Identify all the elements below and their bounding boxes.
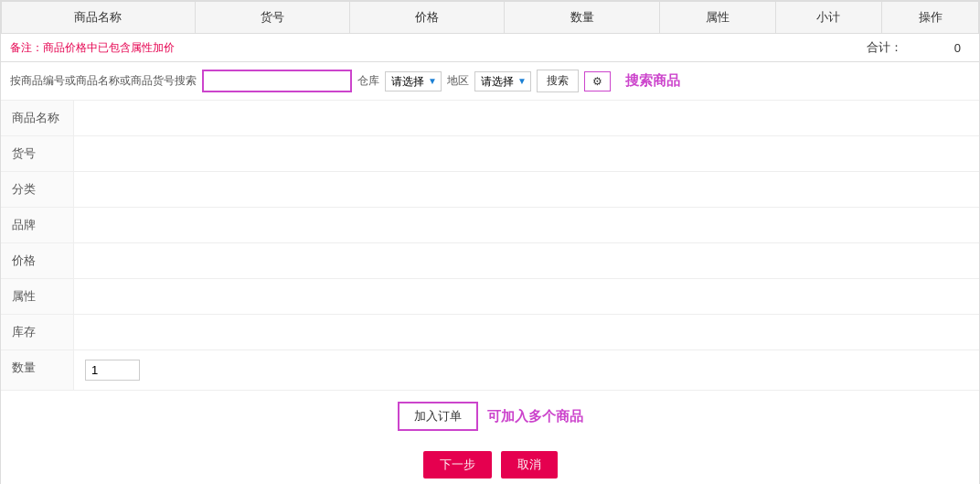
value-sku bbox=[74, 136, 979, 171]
notice-text: 备注：商品价格中已包含属性加价 bbox=[10, 40, 175, 56]
search-button[interactable]: 搜索 bbox=[537, 70, 579, 92]
main-container: 商品名称 货号 价格 数量 属性 小计 操作 备注：商品价格中已包含属性加价 合… bbox=[0, 0, 980, 484]
detail-panel: 商品名称 货号 分类 品牌 价格 属性 库存 数量 bbox=[1, 101, 979, 390]
value-stock bbox=[74, 315, 979, 350]
detail-row-stock: 库存 bbox=[1, 315, 979, 350]
col-attribute: 属性 bbox=[659, 2, 775, 34]
label-product-name: 商品名称 bbox=[1, 101, 74, 135]
label-sku: 货号 bbox=[1, 136, 74, 171]
search-box-wrapper bbox=[202, 70, 352, 92]
value-product-name bbox=[74, 101, 979, 135]
value-quantity bbox=[74, 350, 979, 390]
col-price: 价格 bbox=[350, 2, 505, 34]
value-brand bbox=[74, 208, 979, 242]
search-label: 按商品编号或商品名称或商品货号搜索 bbox=[10, 73, 197, 89]
detail-row-brand: 品牌 bbox=[1, 208, 979, 243]
detail-row-product-name: 商品名称 bbox=[1, 101, 979, 136]
warehouse-select[interactable]: 请选择 bbox=[386, 72, 441, 91]
label-category: 分类 bbox=[1, 172, 74, 207]
value-attribute bbox=[74, 279, 979, 314]
label-attribute: 属性 bbox=[1, 279, 74, 314]
detail-row-price: 价格 bbox=[1, 243, 979, 279]
total-value: 0 bbox=[906, 41, 961, 55]
label-stock: 库存 bbox=[1, 315, 74, 350]
warehouse-select-wrapper: 请选择 ▼ bbox=[385, 71, 442, 91]
cancel-button[interactable]: 取消 bbox=[501, 451, 558, 479]
region-select[interactable]: 请选择 bbox=[475, 72, 530, 91]
search-icon-button[interactable]: ⚙ bbox=[584, 71, 611, 91]
header-table: 商品名称 货号 价格 数量 属性 小计 操作 bbox=[1, 1, 979, 34]
region-select-wrapper: 请选择 ▼ bbox=[474, 71, 531, 91]
add-order-button[interactable]: 加入订单 bbox=[398, 402, 478, 431]
multi-hint: 可加入多个商品 bbox=[487, 408, 583, 425]
col-sku: 货号 bbox=[195, 2, 349, 34]
search-input[interactable] bbox=[204, 71, 350, 91]
notice-prefix: 备注： bbox=[10, 41, 43, 54]
label-price: 价格 bbox=[1, 243, 74, 278]
value-category bbox=[74, 172, 979, 207]
detail-row-quantity: 数量 bbox=[1, 350, 979, 390]
warehouse-label: 仓库 bbox=[357, 73, 379, 89]
detail-row-sku: 货号 bbox=[1, 136, 979, 172]
detail-row-attribute: 属性 bbox=[1, 279, 979, 315]
value-price bbox=[74, 243, 979, 278]
label-brand: 品牌 bbox=[1, 208, 74, 242]
search-title: 搜索商品 bbox=[625, 72, 680, 90]
col-operation: 操作 bbox=[882, 2, 979, 34]
notice-row: 备注：商品价格中已包含属性加价 合计： 0 bbox=[1, 34, 979, 62]
region-label: 地区 bbox=[447, 73, 469, 89]
col-product-name: 商品名称 bbox=[2, 2, 196, 34]
col-quantity: 数量 bbox=[505, 2, 659, 34]
col-subtotal: 小计 bbox=[775, 2, 881, 34]
total-area: 合计： 0 bbox=[867, 39, 970, 56]
quantity-input[interactable] bbox=[85, 360, 140, 381]
search-row: 按商品编号或商品名称或商品货号搜索 仓库 请选择 ▼ 地区 请选择 ▼ 搜索 ⚙… bbox=[1, 62, 979, 101]
detail-row-category: 分类 bbox=[1, 172, 979, 208]
total-label: 合计： bbox=[867, 39, 902, 56]
footer-row: 下一步 取消 bbox=[1, 442, 979, 484]
next-button[interactable]: 下一步 bbox=[423, 451, 492, 479]
label-quantity: 数量 bbox=[1, 350, 74, 390]
action-row: 加入订单 可加入多个商品 bbox=[1, 390, 979, 442]
notice-main: 商品价格中已包含属性加价 bbox=[43, 41, 175, 54]
